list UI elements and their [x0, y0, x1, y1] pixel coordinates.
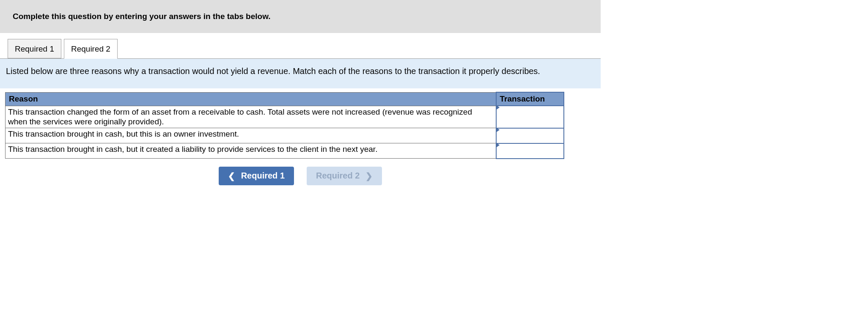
next-button-label: Required 2 — [316, 171, 360, 181]
tab-label: Required 2 — [71, 44, 110, 53]
answer-table: Reason Transaction This transaction chan… — [5, 92, 564, 159]
reason-cell: This transaction brought in cash, but th… — [5, 128, 496, 143]
tabs-row: Required 1 Required 2 — [8, 39, 601, 58]
nav-row: ❮ Required 1 Required 2 ❯ — [0, 167, 601, 185]
tab-label: Required 1 — [15, 44, 54, 53]
question-body: Listed below are three reasons why a tra… — [0, 58, 601, 88]
reason-cell: This transaction brought in cash, but it… — [5, 143, 496, 159]
reason-cell: This transaction changed the form of an … — [5, 106, 496, 128]
transaction-dropdown[interactable] — [497, 110, 563, 124]
transaction-cell — [496, 143, 564, 159]
prev-button[interactable]: ❮ Required 1 — [219, 167, 294, 185]
dropdown-indicator-icon — [497, 105, 500, 110]
table-row: This transaction changed the form of an … — [5, 106, 564, 128]
prev-button-label: Required 1 — [241, 171, 285, 181]
transaction-cell — [496, 128, 564, 143]
dropdown-indicator-icon — [497, 128, 500, 132]
dropdown-indicator-icon — [497, 143, 500, 147]
next-button: Required 2 ❯ — [307, 167, 382, 185]
tab-required-1[interactable]: Required 1 — [8, 39, 61, 58]
chevron-left-icon: ❮ — [228, 171, 235, 181]
table-header-row: Reason Transaction — [5, 92, 564, 106]
table-row: This transaction brought in cash, but th… — [5, 128, 564, 143]
table-row: This transaction brought in cash, but it… — [5, 143, 564, 159]
tab-required-2[interactable]: Required 2 — [64, 39, 118, 59]
question-text: Listed below are three reasons why a tra… — [6, 66, 540, 76]
transaction-dropdown[interactable] — [497, 129, 563, 143]
header-reason: Reason — [5, 92, 496, 106]
transaction-dropdown[interactable] — [497, 144, 563, 158]
chevron-right-icon: ❯ — [365, 171, 373, 181]
header-transaction: Transaction — [496, 92, 564, 106]
question-container: Complete this question by entering your … — [0, 0, 601, 185]
transaction-cell — [496, 106, 564, 128]
instruction-text: Complete this question by entering your … — [13, 12, 271, 21]
instruction-bar: Complete this question by entering your … — [0, 0, 601, 33]
